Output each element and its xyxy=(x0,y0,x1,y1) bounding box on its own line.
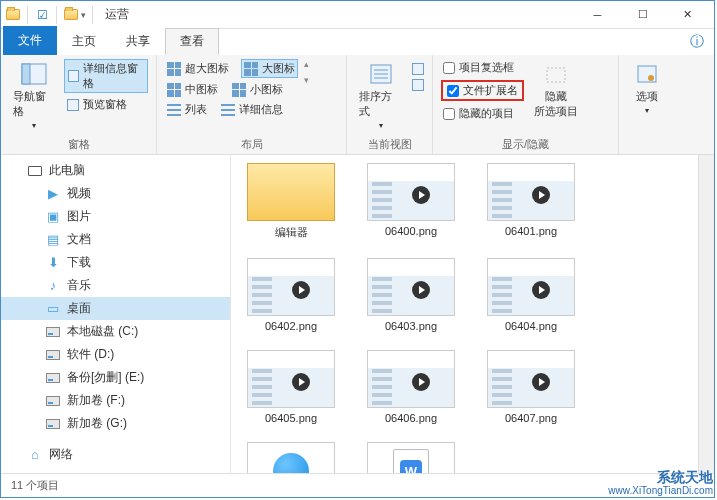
check-icon[interactable]: ☑ xyxy=(34,7,50,23)
grid-icon xyxy=(232,83,246,97)
group-show-hide-label: 显示/隐藏 xyxy=(441,135,610,152)
file-item[interactable]: 06400.png xyxy=(363,163,459,240)
detail-pane-toggle[interactable]: 详细信息窗格 xyxy=(64,59,148,93)
file-grid[interactable]: 编辑器06400.png06401.png06402.png06403.png0… xyxy=(231,155,698,473)
file-thumbnail xyxy=(247,258,335,316)
close-button[interactable]: ✕ xyxy=(665,1,710,29)
checkbox-file-extensions[interactable]: 文件扩展名 xyxy=(445,82,520,99)
window-title: 运营 xyxy=(105,6,129,23)
picture-icon: ▣ xyxy=(45,210,61,224)
checkbox-hidden-items[interactable]: 隐藏的项目 xyxy=(441,105,524,122)
svg-rect-1 xyxy=(22,64,30,84)
layout-list[interactable]: 列表 xyxy=(165,101,209,118)
tab-share[interactable]: 共享 xyxy=(111,28,165,55)
drive-icon xyxy=(45,394,61,408)
file-thumbnail xyxy=(487,258,575,316)
tree-videos[interactable]: ▶视频 xyxy=(1,182,230,205)
tree-downloads[interactable]: ⬇下载 xyxy=(1,251,230,274)
layout-small-icons[interactable]: 小图标 xyxy=(230,81,285,98)
layout-large-icons[interactable]: 大图标 xyxy=(241,59,298,78)
ribbon-help-icon[interactable]: ⓘ xyxy=(680,29,714,55)
drive-icon xyxy=(45,325,61,339)
desktop-icon: ▭ xyxy=(45,302,61,316)
group-layout-label: 布局 xyxy=(165,135,338,152)
svg-rect-6 xyxy=(547,68,565,82)
network-icon: ⌂ xyxy=(27,448,43,462)
drive-icon xyxy=(45,371,61,385)
file-thumbnail xyxy=(367,350,455,408)
list-icon xyxy=(167,104,181,116)
tree-this-pc[interactable]: 此电脑 xyxy=(1,159,230,182)
download-icon: ⬇ xyxy=(45,256,61,270)
pc-icon xyxy=(27,164,43,178)
drive-icon xyxy=(45,417,61,431)
file-item[interactable]: 编辑器 xyxy=(243,163,339,240)
folder-icon xyxy=(5,7,21,23)
nav-pane-button[interactable]: 导航窗格 ▾ xyxy=(9,59,58,132)
layout-details[interactable]: 详细信息 xyxy=(219,101,285,118)
sort-button[interactable]: 排序方式▾ xyxy=(355,59,406,132)
tree-pictures[interactable]: ▣图片 xyxy=(1,205,230,228)
file-item[interactable]: 极速浏览QQQQ浏览器.jpg xyxy=(243,442,339,473)
vertical-scrollbar[interactable] xyxy=(698,155,714,473)
tree-music[interactable]: ♪音乐 xyxy=(1,274,230,297)
item-count: 11 个项目 xyxy=(11,478,59,493)
tab-view[interactable]: 查看 xyxy=(165,28,219,55)
tree-drive-f[interactable]: 新加卷 (F:) xyxy=(1,389,230,412)
file-item[interactable]: 06407.png xyxy=(483,350,579,424)
tree-desktop[interactable]: ▭桌面 xyxy=(1,297,230,320)
file-thumbnail xyxy=(247,163,335,221)
list-icon xyxy=(221,104,235,116)
tree-drive-c[interactable]: 本地磁盘 (C:) xyxy=(1,320,230,343)
minimize-button[interactable]: ─ xyxy=(575,1,620,29)
ribbon: 导航窗格 ▾ 详细信息窗格 预览窗格 窗格 超大图标 大图标 中图标 xyxy=(1,55,714,155)
file-item[interactable]: 06401.png xyxy=(483,163,579,240)
file-thumbnail xyxy=(487,350,575,408)
nav-tree[interactable]: 此电脑 ▶视频 ▣图片 ▤文档 ⬇下载 ♪音乐 ▭桌面 本地磁盘 (C:) 软件… xyxy=(1,155,231,473)
preview-pane-toggle[interactable]: 预览窗格 xyxy=(64,96,148,113)
file-item[interactable]: 06404.png xyxy=(483,258,579,332)
file-label: 06405.png xyxy=(265,412,317,424)
detail-pane-icon xyxy=(68,70,79,82)
checkbox-item-checkboxes[interactable]: 项目复选框 xyxy=(441,59,524,76)
file-label: 编辑器 xyxy=(275,225,308,240)
file-label: 06407.png xyxy=(505,412,557,424)
file-item[interactable]: 06403.png xyxy=(363,258,459,332)
tree-drive-e[interactable]: 备份[勿删] (E:) xyxy=(1,366,230,389)
tree-drive-g[interactable]: 新加卷 (G:) xyxy=(1,412,230,435)
file-item[interactable]: 06402.png xyxy=(243,258,339,332)
file-label: 06400.png xyxy=(385,225,437,237)
file-item[interactable]: 06406.png xyxy=(363,350,459,424)
tree-network[interactable]: ⌂网络 xyxy=(1,443,230,466)
maximize-button[interactable]: ☐ xyxy=(620,1,665,29)
preview-pane-icon xyxy=(67,99,79,111)
layout-xl-icons[interactable]: 超大图标 xyxy=(165,59,231,78)
tree-drive-d[interactable]: 软件 (D:) xyxy=(1,343,230,366)
group-current-view-label: 当前视图 xyxy=(355,135,424,152)
nav-pane-icon xyxy=(19,61,49,87)
column-size-icon[interactable] xyxy=(412,79,424,91)
file-thumbnail xyxy=(367,258,455,316)
file-item[interactable]: 06405.png xyxy=(243,350,339,424)
options-icon xyxy=(632,61,662,87)
file-item[interactable]: W绘图1.docx xyxy=(363,442,459,473)
file-label: 06406.png xyxy=(385,412,437,424)
tab-home[interactable]: 主页 xyxy=(57,28,111,55)
music-icon: ♪ xyxy=(45,279,61,293)
file-thumbnail xyxy=(367,163,455,221)
column-add-icon[interactable] xyxy=(412,63,424,75)
video-icon: ▶ xyxy=(45,187,61,201)
layout-medium-icons[interactable]: 中图标 xyxy=(165,81,220,98)
tab-file[interactable]: 文件 xyxy=(3,26,57,55)
file-label: 06403.png xyxy=(385,320,437,332)
file-thumbnail: 极速浏览QQ xyxy=(247,442,335,473)
document-icon: ▤ xyxy=(45,233,61,247)
grid-icon xyxy=(244,62,258,76)
tree-documents[interactable]: ▤文档 xyxy=(1,228,230,251)
options-button[interactable]: 选项▾ xyxy=(628,59,666,117)
file-thumbnail xyxy=(487,163,575,221)
hide-selected-button[interactable]: 隐藏 所选项目 xyxy=(530,59,582,121)
file-label: 06402.png xyxy=(265,320,317,332)
svg-point-8 xyxy=(648,75,654,81)
file-thumbnail xyxy=(247,350,335,408)
